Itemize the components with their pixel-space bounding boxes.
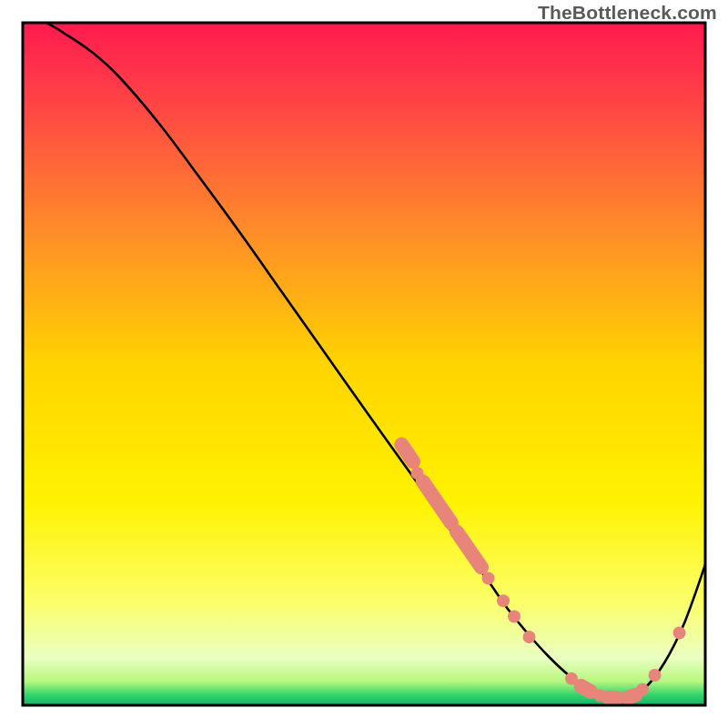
bottleneck-chart xyxy=(0,0,728,728)
chart-container: TheBottleneck.com xyxy=(0,0,728,728)
marker-dot xyxy=(523,631,536,643)
marker-dot xyxy=(649,669,662,682)
marker-dot xyxy=(497,594,510,607)
marker-pill xyxy=(401,445,413,462)
marker-dot xyxy=(636,683,649,696)
marker-dot xyxy=(482,572,495,585)
marker-dot xyxy=(673,627,686,640)
gradient-background xyxy=(23,23,705,705)
marker-pill xyxy=(609,698,617,699)
marker-pill xyxy=(581,686,592,692)
marker-pill xyxy=(628,695,636,698)
marker-dot xyxy=(508,611,521,623)
